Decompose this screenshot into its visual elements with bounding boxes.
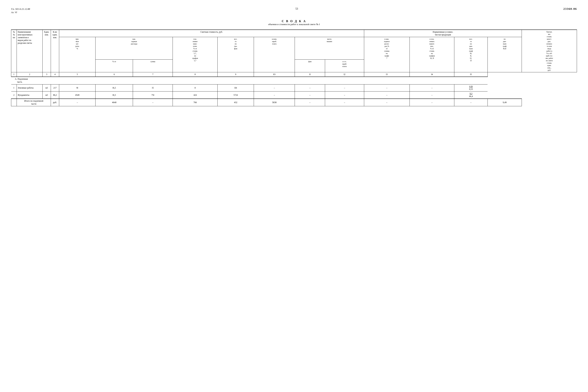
row1-c10: – — [254, 84, 295, 92]
row2-c10: – — [254, 92, 295, 99]
col-header-overhead-pct: в нак-ладныхрасхо-дах,%отсуммыпографе7 — [364, 37, 410, 72]
row1-c9: II4 — [217, 84, 254, 92]
row2-c9: 5724 — [217, 92, 254, 99]
colnum-12: I2 — [325, 72, 364, 77]
subtotal-c14: – — [454, 99, 488, 106]
row2-c12: – — [325, 92, 364, 99]
subtotal-c7: 766 — [173, 99, 218, 106]
subtotal-c8: 432 — [217, 99, 254, 106]
col-header-given: подан-нымграфI0,II — [488, 37, 522, 72]
colnum-11: II — [295, 72, 325, 77]
col-header-smeta-group: Сметная стоимость, руб. — [59, 30, 364, 37]
col-number-row: I 2 3 4 5 6 7 8 9 IO II I2 I3 I4 I5 — [11, 72, 577, 77]
section-a-label: А. Подземная часть — [11, 77, 488, 84]
row2-c14: – — [410, 92, 454, 99]
row1-c14: – — [410, 84, 454, 92]
doc-number: 23360-06 — [563, 8, 577, 10]
col-header-qty: К-воедин.изм. — [51, 30, 59, 72]
colnum-5: 5 — [59, 72, 95, 77]
doc-type-line1: Т.п. 501-6-21.12.88 — [11, 8, 30, 11]
row1-c13: – — [364, 84, 410, 92]
row1-c11: – — [295, 84, 325, 92]
col-header-machines: экспл.машин — [295, 37, 364, 60]
colnum-2: 2 — [17, 72, 42, 77]
row1-c7: I5 — [133, 84, 173, 92]
row2-c7: 75I — [133, 92, 173, 99]
subtotal-c15: 9,49 — [488, 99, 522, 106]
main-table: №№пп Наименованиеконструктивныхэлементов… — [11, 30, 577, 106]
row2-c13: – — [364, 92, 410, 99]
colnum-3: 3 — [42, 72, 51, 77]
row1-name: Земляные работы — [17, 84, 42, 92]
col-header-machine-wage-label: фам — [295, 60, 325, 72]
subtotal-c13: – — [410, 99, 454, 106]
col-header-machine-wagein: в т.ч.зараб.плата — [325, 60, 364, 72]
col-header-overhead: нак-ладныерасходы — [95, 37, 173, 60]
row2-c11: – — [295, 92, 325, 99]
row1-qty: 217 — [51, 84, 59, 92]
col-header-direct: пря-мыезат-раты% — [59, 37, 95, 72]
doc-type-line2: Ал. VI — [11, 11, 30, 14]
subtotal-qty: – — [59, 99, 95, 106]
table-row-2: 2 Фундаменты м3 86,2 4549 I6,5 75I 424 5… — [11, 92, 577, 99]
colnum-6: 6 — [95, 72, 133, 77]
colnum-15: I5 — [454, 72, 488, 77]
page-number: 53 — [295, 8, 298, 10]
col-header-name: Наименованиеконструктивныхэлементов ивид… — [17, 30, 42, 72]
col-header-basewage: основ.зараб.плата — [254, 37, 295, 72]
row1-num: I — [11, 84, 17, 92]
row2-c8: 424 — [173, 92, 218, 99]
row1-unit: м3 — [42, 84, 51, 92]
col-header-weight: Удельн.весстоим.конст-рук.элемен-та илив… — [522, 30, 577, 72]
subtotal-row: Итого по подземнойчасти руб. – 4640 – 76… — [11, 99, 577, 106]
col-header-overhead-pct-sub: % от — [95, 60, 133, 72]
subtotal-c11: – — [325, 99, 364, 106]
main-table-wrapper: №№пп Наименованиеконструктивныхэлементов… — [11, 30, 577, 106]
main-title: С В О Д К А объемов и стоимости работ к … — [11, 20, 577, 26]
title-line1: С В О Д К А — [11, 20, 577, 23]
row2-name: Фундаменты — [17, 92, 42, 99]
row1-c8: 8 — [173, 84, 218, 92]
colnum-14: I4 — [410, 72, 454, 77]
subtotal-c5: 4640 — [95, 99, 133, 106]
colnum-1: I — [11, 72, 17, 77]
subtotal-c12: – — [364, 99, 410, 106]
colnum-10: IO — [254, 72, 295, 77]
table-row-1: I Земляные работы м3 217 9I I6,5 I5 8 II… — [11, 84, 577, 92]
row2-unit: м3 — [42, 92, 51, 99]
subtotal-num — [11, 99, 17, 106]
header-row-2: пря-мыезат-раты% нак-ладныерасходы пла-н… — [11, 37, 577, 60]
section-a-header: А. Подземная часть — [11, 77, 577, 84]
row1-c5: 9I — [59, 84, 95, 92]
subtotal-unit: руб. — [51, 99, 59, 106]
col-header-unit: Един.изм. — [42, 30, 51, 72]
colnum-9: 9 — [217, 72, 254, 77]
row2-c6: I6,5 — [95, 92, 133, 99]
page-header: Т.п. 501-6-21.12.88 Ал. VI 53 23360-06 — [11, 8, 577, 14]
row2-c5: 4549 — [59, 92, 95, 99]
row2-qty: 86,2 — [51, 92, 59, 99]
subtotal-c9: 5838 — [254, 99, 295, 106]
row1-c12: – — [325, 84, 364, 92]
col-header-total8: все-гопогра-фам — [217, 37, 254, 72]
row2-c15: 9,366,4 — [454, 92, 488, 99]
top-left-info: Т.п. 501-6-21.12.88 Ал. VI — [11, 8, 30, 14]
colnum-7: 7 — [133, 72, 173, 77]
col-header-overhead-sum: сумма — [133, 60, 173, 72]
colnum-13: I3 — [364, 72, 410, 77]
col-header-total14: все-гоподан-нымграфI0,II,I2,I3 — [454, 37, 488, 72]
col-header-plan-pct: в пла-новыхнакоп-лен.,% отстоим.пографам… — [410, 37, 454, 72]
colnum-8: 8 — [173, 72, 218, 77]
subtotal-label: Итого по подземнойчасти — [17, 99, 51, 106]
subtotal-c10: – — [295, 99, 325, 106]
row1-c15: 0,I90,53 — [454, 84, 488, 92]
row2-num: 2 — [11, 92, 17, 99]
subtotal-c6: – — [133, 99, 173, 106]
colnum-4: 4 — [51, 72, 59, 77]
row1-c6: I6,5 — [95, 84, 133, 92]
header-row-1: №№пп Наименованиеконструктивныхэлементов… — [11, 30, 577, 37]
col-header-norm-group: Нормативная условно-чистая продукция — [364, 30, 522, 37]
title-line2: объемов и стоимости работ к локальной см… — [11, 23, 577, 26]
col-header-num: №№пп — [11, 30, 17, 72]
col-header-plan: пла-новыенако-плен.% отстоим.5,7,пографа… — [173, 37, 218, 72]
